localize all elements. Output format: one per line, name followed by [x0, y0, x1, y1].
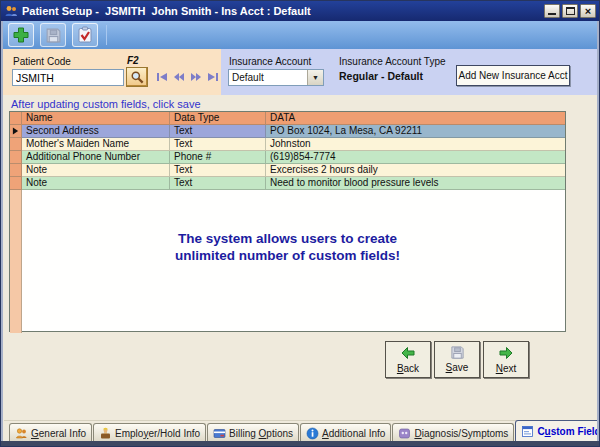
table-row[interactable]: Note Text Excercises 2 hours daily: [10, 164, 565, 177]
column-header-data-type[interactable]: Data Type: [170, 112, 266, 125]
save-label: Save: [446, 362, 469, 373]
table-row[interactable]: Additional Phone Number Phone # (619)854…: [10, 151, 565, 164]
cell-data: Excercises 2 hours daily: [266, 164, 565, 177]
tab-billing-options[interactable]: Billing Options: [207, 423, 299, 442]
maximize-icon: [566, 7, 575, 15]
insurance-account-select[interactable]: Default ▼: [228, 69, 324, 86]
verify-button[interactable]: [72, 23, 98, 47]
cell-name: Mother's Maiden Name: [22, 138, 170, 151]
app-icon: [4, 4, 18, 18]
status-message: After updating custom fields, click save: [11, 98, 201, 110]
current-row-arrow-icon: [12, 127, 19, 135]
record-navigator: [155, 71, 219, 82]
tab-employer-hold-info[interactable]: Employer/Hold Info: [93, 423, 206, 442]
next-record-button[interactable]: [189, 71, 202, 82]
table-row[interactable]: Note Text Need to monitor blood pressure…: [10, 177, 565, 190]
last-record-button[interactable]: [206, 71, 219, 82]
main-toolbar: [2, 21, 598, 49]
tab-general-info[interactable]: General Info: [9, 423, 92, 442]
tab-additional-info[interactable]: Additional Info: [300, 423, 391, 442]
table-row[interactable]: Mother's Maiden Name Text Johnston: [10, 138, 565, 151]
patient-code-input[interactable]: [12, 69, 124, 86]
maximize-button[interactable]: [562, 4, 578, 18]
row-selector[interactable]: [10, 177, 22, 190]
cell-data: Johnston: [266, 138, 565, 151]
next-record-icon: [190, 72, 202, 82]
custom-fields-icon: [521, 425, 534, 438]
f2-shortcut-label: F2: [127, 55, 139, 66]
search-icon: [130, 70, 145, 85]
minimize-icon: [548, 13, 556, 15]
cell-type: Phone #: [170, 151, 266, 164]
promo-message-line2: unlimited number of custom fields!: [10, 247, 565, 264]
cell-name: Second Address: [22, 125, 170, 138]
insurance-account-value: Default: [229, 70, 307, 85]
row-selector[interactable]: [10, 138, 22, 151]
next-arrow-icon: [498, 345, 514, 361]
tab-diagnosis-symptoms[interactable]: Diagnosis/Symptoms: [392, 423, 514, 442]
diagnosis-icon: [398, 427, 411, 440]
patient-setup-window: Patient Setup - JSMITH John Smith - Ins …: [0, 0, 600, 447]
employer-icon: [99, 427, 112, 440]
add-icon: [12, 26, 30, 44]
back-arrow-icon: [400, 345, 416, 361]
clipboard-check-icon: [76, 26, 94, 44]
first-record-button[interactable]: [155, 71, 168, 82]
add-patient-button[interactable]: [8, 23, 34, 47]
save-button[interactable]: Save: [434, 341, 480, 378]
toolbar-separator: [106, 25, 107, 45]
column-header-name[interactable]: Name: [22, 112, 170, 125]
previous-record-button[interactable]: [172, 71, 185, 82]
next-label: Next: [496, 363, 517, 374]
close-button[interactable]: ×: [580, 4, 596, 18]
cell-type: Text: [170, 138, 266, 151]
previous-record-icon: [173, 72, 185, 82]
patient-code-panel: Patient Code F2: [3, 49, 221, 95]
insurance-type-value: Regular - Default: [339, 70, 423, 82]
floppy-icon: [450, 345, 465, 360]
grid-header-row: Name Data Type DATA: [10, 112, 565, 125]
cell-type: Text: [170, 125, 266, 138]
add-insurance-button[interactable]: Add New Insurance Acct: [456, 65, 570, 86]
selector-header-cell: [10, 112, 22, 125]
title-bar[interactable]: Patient Setup - JSMITH John Smith - Ins …: [1, 1, 599, 21]
insurance-panel: Insurance Account Default ▼ Insurance Ac…: [221, 49, 597, 95]
last-record-icon: [207, 72, 219, 82]
cell-name: Note: [22, 177, 170, 190]
insurance-account-label: Insurance Account: [229, 56, 311, 67]
promo-message: The system allows users to create unlimi…: [10, 230, 565, 264]
column-header-data[interactable]: DATA: [266, 112, 565, 125]
promo-message-line1: The system allows users to create: [10, 230, 565, 247]
window-title: Patient Setup - JSMITH John Smith - Ins …: [22, 5, 544, 17]
next-button[interactable]: Next: [483, 341, 529, 378]
back-label: Back: [397, 363, 419, 374]
cell-data: (619)854-7774: [266, 151, 565, 164]
info-icon: [306, 427, 319, 440]
people-icon: [15, 427, 28, 440]
first-record-icon: [156, 72, 168, 82]
patient-code-label: Patient Code: [13, 56, 71, 67]
row-selector[interactable]: [10, 151, 22, 164]
insurance-type-label: Insurance Account Type: [339, 56, 446, 67]
row-selector[interactable]: [10, 164, 22, 177]
cell-type: Text: [170, 177, 266, 190]
section-tabbar: General Info Employer/Hold Info Billing …: [4, 420, 596, 442]
cell-data: PO Box 1024, La Mesa, CA 92211: [266, 125, 565, 138]
save-toolbar-button[interactable]: [40, 23, 66, 47]
custom-fields-grid: Name Data Type DATA Second Address Text …: [9, 111, 566, 332]
close-icon: ×: [581, 4, 595, 18]
save-icon: [45, 27, 62, 44]
window-bottom-frame: [1, 441, 599, 446]
billing-icon: [213, 427, 226, 440]
row-selector[interactable]: [10, 125, 22, 138]
window-left-frame: [1, 21, 3, 446]
patient-search-button[interactable]: [126, 67, 148, 87]
table-row[interactable]: Second Address Text PO Box 1024, La Mesa…: [10, 125, 565, 138]
chevron-down-icon[interactable]: ▼: [307, 70, 323, 85]
window-right-frame: [597, 21, 599, 446]
cell-data: Need to monitor blood pressure levels: [266, 177, 565, 190]
tab-custom-fields[interactable]: Custom Fields: [515, 420, 600, 442]
cell-name: Note: [22, 164, 170, 177]
minimize-button[interactable]: [544, 4, 560, 18]
back-button[interactable]: Back: [385, 341, 431, 378]
